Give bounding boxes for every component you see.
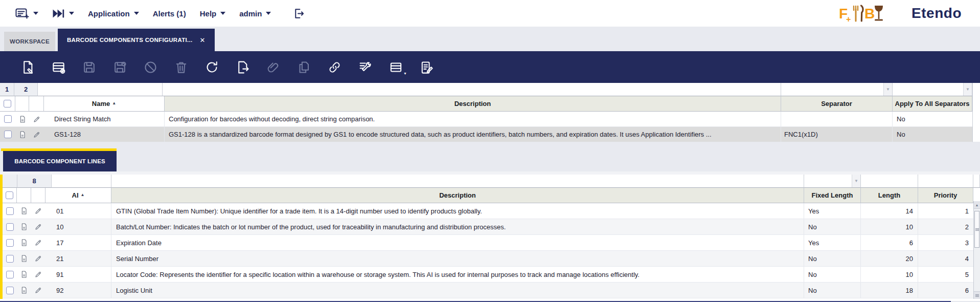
save-button[interactable]	[74, 56, 104, 78]
edit-pencil-icon[interactable]	[34, 239, 42, 247]
open-record-cell	[17, 235, 31, 250]
row-checkbox[interactable]	[6, 207, 14, 215]
select-all-checkbox[interactable]	[6, 191, 13, 199]
document-icon[interactable]	[20, 207, 28, 215]
edit-pencil-icon[interactable]	[33, 115, 41, 123]
edit-pencil-icon[interactable]	[34, 223, 42, 231]
ai-cell: 21	[45, 251, 111, 266]
document-icon[interactable]	[20, 239, 28, 247]
edit-pencil-icon[interactable]	[34, 286, 42, 294]
workspace-menu-button[interactable]	[15, 8, 38, 19]
row-checkbox[interactable]	[6, 287, 14, 294]
row-checkbox[interactable]	[4, 131, 12, 138]
attach-button[interactable]	[258, 56, 288, 78]
window-view-button[interactable]: ▼	[380, 56, 411, 78]
grid-new-button[interactable]	[43, 56, 74, 78]
tab-workspace[interactable]: WORKSPACE	[4, 32, 55, 51]
link-button[interactable]	[319, 56, 350, 78]
scrollbar-thumb[interactable]	[974, 211, 979, 248]
grid2-header-description[interactable]: Description	[111, 188, 804, 203]
table-row[interactable]: 01GTIN (Global Trade Item Number): Uniqu…	[3, 203, 980, 219]
grid2-header-ai[interactable]: AI ▲	[45, 188, 111, 203]
table-row[interactable]: 91Locator Code: Represents the identifie…	[3, 267, 980, 283]
nav-user[interactable]: admin	[239, 9, 271, 18]
grid1-filter-apply-input[interactable]: ▼	[893, 83, 972, 96]
document-icon[interactable]	[18, 131, 27, 139]
new-record-button[interactable]	[12, 56, 43, 78]
grid2-header-priority[interactable]: Priority	[918, 188, 973, 203]
grid1-header-apply-to-all[interactable]: Apply To All Separators	[893, 96, 972, 112]
tab-active-label: BARCODE COMPONENTS CONFIGURATI...	[67, 37, 192, 43]
quick-launch-button[interactable]	[52, 9, 74, 18]
refresh-button[interactable]	[196, 56, 227, 78]
document-icon[interactable]	[20, 286, 28, 294]
grid1-header-name[interactable]: Name ▲	[44, 96, 165, 112]
grid1-filter-description-input[interactable]	[163, 83, 781, 96]
row-checkbox[interactable]	[6, 255, 14, 263]
grid2-filter-length-input[interactable]	[861, 175, 918, 188]
table-row[interactable]: 17Expiration DateYes63	[3, 235, 980, 251]
grid1-header-description[interactable]: Description	[165, 96, 781, 112]
grid1-header-separator[interactable]: Separator	[781, 96, 893, 112]
grid1-scrollbar-track[interactable]	[972, 83, 980, 142]
table-row[interactable]: GS1-128GS1-128 is a standardized barcode…	[0, 127, 980, 142]
open-record-cell	[17, 219, 31, 234]
grid1-select-all-cell	[0, 96, 15, 112]
nav-help[interactable]: Help	[200, 9, 226, 18]
delete-button[interactable]	[166, 56, 196, 78]
logout-button[interactable]	[293, 8, 305, 19]
document-icon[interactable]	[18, 115, 27, 123]
document-icon[interactable]	[20, 270, 28, 278]
tab-barcode-components-configuration[interactable]: BARCODE COMPONENTS CONFIGURATI... ✕	[58, 29, 215, 51]
grid2-filter-spacer	[3, 175, 17, 188]
tab-barcode-component-lines[interactable]: BARCODE COMPONENT LINES	[3, 151, 117, 171]
form-view-button[interactable]	[411, 56, 442, 78]
grid2-header-length[interactable]: Length	[861, 188, 918, 203]
undo-button[interactable]	[135, 56, 166, 78]
edit-pencil-icon[interactable]	[34, 207, 42, 215]
active-child-tab-side-indicator	[0, 175, 3, 299]
close-tab-icon[interactable]: ✕	[199, 36, 205, 44]
grid2-filter-fixed-length-input[interactable]: ▼	[804, 175, 861, 188]
export-button[interactable]	[227, 56, 258, 78]
document-icon[interactable]	[20, 223, 28, 231]
row-checkbox[interactable]	[4, 115, 12, 123]
apply-to-all-separators-cell: No	[893, 127, 972, 142]
grid-config-button[interactable]	[350, 56, 380, 78]
nav-alerts[interactable]: Alerts (1)	[153, 9, 186, 18]
grid2-filter-priority-input[interactable]	[918, 175, 973, 188]
scroll-up-button[interactable]: ▲	[974, 201, 980, 209]
save-grid-button[interactable]	[104, 56, 135, 78]
table-row[interactable]: 92Logistic UnitNo186	[3, 283, 980, 298]
top-navbar: Application Alerts (1) Help admin F + B	[0, 0, 980, 27]
row-checkbox-cell	[0, 127, 15, 142]
grid2-filter-description-input[interactable]	[111, 175, 804, 188]
row-checkbox[interactable]	[6, 271, 14, 278]
table-row[interactable]: 21Serial NumberNo204	[3, 251, 980, 267]
edit-pencil-icon[interactable]	[33, 131, 41, 139]
grid1-filter-name-input[interactable]	[38, 83, 163, 96]
edit-pencil-icon[interactable]	[34, 254, 42, 263]
description-cell: GTIN (Global Trade Item Number): Unique …	[111, 203, 804, 219]
grid2-body: 01GTIN (Global Trade Item Number): Uniqu…	[3, 203, 980, 298]
table-row[interactable]: Direct String MatchConfiguration for bar…	[0, 112, 980, 127]
scroll-down-button[interactable]	[974, 291, 980, 299]
grid2-header-fixed-length[interactable]: Fixed Length	[804, 188, 861, 203]
filter-dropdown-icon[interactable]: ▼	[852, 175, 860, 187]
grid2-filter-ai-input[interactable]	[52, 175, 111, 188]
filter-dropdown-icon[interactable]: ▼	[883, 83, 892, 96]
edit-pencil-icon[interactable]	[34, 270, 42, 278]
row-checkbox[interactable]	[6, 223, 14, 231]
row-checkbox[interactable]	[6, 239, 14, 247]
window-tabstrip: WORKSPACE BARCODE COMPONENTS CONFIGURATI…	[0, 27, 980, 51]
copy-button[interactable]	[288, 56, 319, 78]
document-icon[interactable]	[20, 254, 28, 263]
grid1-filter-row: 1 2 ▼ ▼	[0, 83, 980, 96]
grid1-filter-separator-input[interactable]: ▼	[781, 83, 893, 96]
table-row[interactable]: 10Batch/Lot Number: Indicates the batch …	[3, 219, 980, 235]
nav-application[interactable]: Application	[88, 9, 139, 18]
select-all-checkbox[interactable]	[4, 100, 11, 107]
filter-dropdown-icon[interactable]: ▼	[963, 83, 972, 96]
chevron-down-icon	[220, 12, 225, 15]
vertical-scrollbar[interactable]: ▲	[973, 201, 980, 299]
